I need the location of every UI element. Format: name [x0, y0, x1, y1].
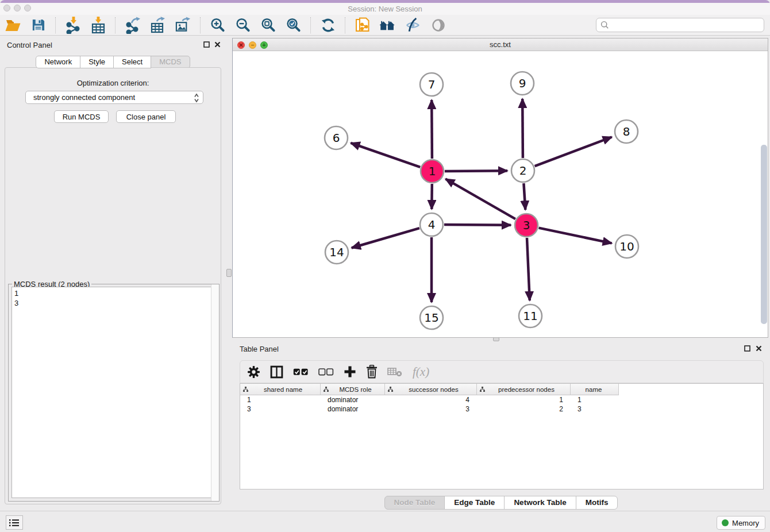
graph-edge-1-2[interactable]: [445, 171, 507, 171]
control-tab-select[interactable]: Select: [113, 56, 151, 68]
graph-node-9[interactable]: 9: [511, 72, 534, 95]
import-network-icon[interactable]: [64, 17, 81, 34]
table-cell: 3: [385, 404, 477, 414]
vertical-splitter-grip[interactable]: [226, 269, 232, 277]
app-window: Session: New Session: [0, 0, 770, 532]
toolbar-separator: [200, 17, 201, 33]
column-header-name[interactable]: name: [571, 384, 619, 395]
graph-node-7[interactable]: 7: [420, 73, 443, 96]
zoom-fit-icon[interactable]: [260, 17, 276, 34]
table-panel-tabs: Node TableEdge TableNetwork TableMotifs: [232, 496, 770, 510]
graph-node-1[interactable]: 1: [421, 160, 444, 183]
control-panel-tabs: NetworkStyleSelectMCDS: [0, 56, 226, 68]
graph-node-3[interactable]: 3: [515, 214, 538, 237]
network-scrollbar[interactable]: [761, 145, 767, 324]
graph-node-10[interactable]: 10: [615, 235, 638, 258]
graph-edge-1-6[interactable]: [351, 143, 421, 167]
export-image-icon[interactable]: [175, 17, 191, 34]
control-tab-mcds[interactable]: MCDS: [151, 56, 190, 68]
table-cell: 3: [240, 404, 321, 414]
svg-text:2: 2: [519, 164, 527, 178]
control-panel-float-button[interactable]: [203, 41, 210, 48]
svg-text:14: 14: [329, 245, 344, 259]
add-column-icon[interactable]: [344, 365, 356, 378]
graph-edge-2-9[interactable]: [522, 99, 523, 158]
delete-table-icon[interactable]: [387, 367, 403, 377]
svg-text:15: 15: [424, 311, 438, 325]
table-tab-motifs[interactable]: Motifs: [576, 496, 618, 510]
graph-edge-2-8[interactable]: [535, 137, 612, 167]
toolbar-separator: [115, 17, 116, 33]
graph-edge-3-1[interactable]: [445, 179, 515, 219]
mcds-result-scrollbar[interactable]: [211, 284, 219, 501]
svg-text:7: 7: [428, 78, 436, 91]
zoom-out-icon[interactable]: [234, 17, 251, 34]
table-tab-edge-table[interactable]: Edge Table: [444, 496, 505, 510]
graph-node-14[interactable]: 14: [325, 241, 348, 264]
hide-selected-icon[interactable]: [405, 17, 421, 34]
zoom-selected-icon[interactable]: [285, 17, 302, 34]
table-cell: 2: [477, 404, 571, 414]
memory-button[interactable]: Memory: [717, 516, 765, 530]
network-canvas[interactable]: 7968124314101511: [233, 51, 768, 337]
table-cell: 1: [240, 395, 321, 404]
horizontal-splitter-grip[interactable]: [493, 337, 499, 341]
save-session-icon[interactable]: [30, 17, 47, 34]
table-tab-network-table[interactable]: Network Table: [504, 496, 576, 510]
table-options-icon[interactable]: [247, 365, 260, 379]
search-icon: [600, 21, 609, 29]
graph-edge-4-3[interactable]: [444, 225, 511, 225]
search-input[interactable]: [611, 20, 764, 31]
network-window-titlebar[interactable]: ✕ – + scc.txt: [233, 38, 768, 51]
column-layout-icon[interactable]: [270, 365, 283, 379]
task-history-button[interactable]: [6, 515, 23, 530]
select-stepper-icon: [194, 93, 199, 105]
open-session-icon[interactable]: [5, 17, 21, 34]
table-panel-float-button[interactable]: [744, 345, 751, 352]
zoom-in-icon[interactable]: [209, 17, 226, 34]
graph-node-8[interactable]: 8: [615, 120, 638, 143]
search-box: [596, 18, 764, 32]
graph-edge-3-10[interactable]: [539, 228, 612, 244]
column-header-mcds-role[interactable]: MCDS role: [321, 384, 385, 395]
optimization-criterion-select[interactable]: strongly connected component: [25, 91, 203, 104]
graph-edge-3-11[interactable]: [527, 238, 530, 300]
graph-edge-1-4[interactable]: [432, 184, 432, 209]
delete-column-icon[interactable]: [366, 365, 378, 379]
function-builder-icon[interactable]: f(x): [413, 365, 429, 379]
control-panel-close-button[interactable]: [214, 41, 221, 48]
graph-node-15[interactable]: 15: [420, 306, 443, 329]
svg-text:11: 11: [523, 309, 537, 323]
graph-edge-2-3[interactable]: [523, 183, 525, 210]
graph-edge-4-14[interactable]: [352, 228, 419, 248]
import-table-icon[interactable]: [90, 17, 106, 34]
table-cell: 4: [385, 395, 477, 404]
mcds-result-text[interactable]: 13: [11, 287, 216, 498]
column-header-predecessor-nodes[interactable]: predecessor nodes: [477, 384, 571, 395]
graph-node-6[interactable]: 6: [325, 126, 348, 149]
apply-layout-icon[interactable]: [319, 17, 336, 34]
table-row[interactable]: 3dominator323: [240, 404, 763, 414]
list-icon: [9, 519, 20, 527]
table-row[interactable]: 1dominator411: [240, 395, 763, 404]
graph-node-4[interactable]: 4: [420, 213, 443, 236]
control-tab-network[interactable]: Network: [36, 56, 80, 68]
column-header-successor-nodes[interactable]: successor nodes: [385, 384, 477, 395]
graph-node-2[interactable]: 2: [511, 159, 534, 182]
close-panel-button[interactable]: Close panel: [116, 110, 176, 123]
graph-edge-1-7[interactable]: [432, 100, 432, 159]
select-all-columns-icon[interactable]: [293, 368, 309, 376]
control-tab-style[interactable]: Style: [80, 56, 114, 68]
unselect-all-columns-icon[interactable]: [318, 368, 334, 376]
export-table-icon[interactable]: [149, 17, 166, 34]
clone-network-icon[interactable]: [354, 17, 371, 34]
table-panel-close-button[interactable]: [755, 345, 763, 352]
table-tab-node-table[interactable]: Node Table: [384, 496, 445, 510]
first-neighbors-icon[interactable]: [379, 17, 396, 34]
graph-node-11[interactable]: 11: [519, 304, 542, 327]
show-all-icon[interactable]: [430, 17, 446, 34]
export-network-icon[interactable]: [124, 17, 141, 34]
run-mcds-button[interactable]: Run MCDS: [54, 110, 109, 123]
column-header-shared-name[interactable]: shared name: [240, 384, 321, 395]
toolbar-separator: [55, 17, 56, 33]
